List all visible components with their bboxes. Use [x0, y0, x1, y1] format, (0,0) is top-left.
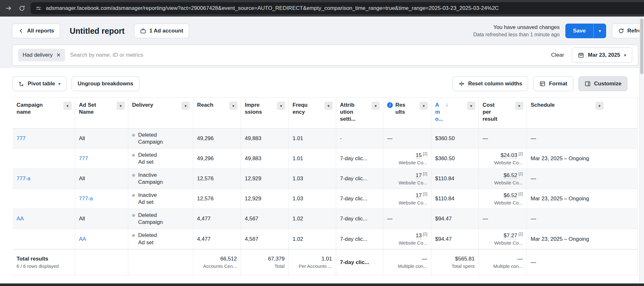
- reach-value: 49,296: [197, 135, 214, 142]
- reach-cell: 12,576: [193, 169, 241, 189]
- chevron-down-icon[interactable]: ▾: [63, 102, 72, 110]
- chevron-down-icon[interactable]: ▾: [324, 102, 333, 110]
- table-header-row: Campaign name ▾ Ad Set Name ▾ Delivery ▾…: [13, 97, 638, 129]
- reach-cell: 49,296: [193, 149, 241, 168]
- totals-results-value: —: [422, 256, 427, 262]
- cost-per-result-value[interactable]: $6.52: [504, 172, 517, 179]
- format-button[interactable]: Format: [533, 76, 573, 91]
- column-header-reach[interactable]: Reach ▾: [193, 98, 241, 128]
- column-header-ad-set-name[interactable]: Ad Set Name ▾: [75, 98, 128, 128]
- results-value[interactable]: 17: [416, 192, 422, 199]
- chevron-down-icon[interactable]: ▾: [372, 102, 380, 110]
- filter-chip-had-delivery[interactable]: Had delivery ×: [18, 49, 65, 61]
- cost-ref-note: [2]: [519, 192, 523, 196]
- save-button[interactable]: Save: [565, 24, 593, 38]
- forward-icon[interactable]: [5, 5, 12, 12]
- schedule-value: —: [531, 135, 536, 142]
- column-label: Delivery: [132, 102, 153, 109]
- close-icon[interactable]: ×: [57, 52, 61, 59]
- customize-icon: [584, 81, 591, 87]
- pivot-table-button[interactable]: Pivot table ▾: [12, 76, 67, 91]
- campaign-link[interactable]: 777-a: [17, 175, 30, 182]
- results-value[interactable]: 15: [416, 152, 422, 159]
- cost-per-result-value[interactable]: $6.52: [504, 192, 517, 199]
- reset-column-widths-button[interactable]: Reset column widths: [452, 76, 528, 91]
- clear-button[interactable]: Clear: [551, 52, 564, 58]
- results-value[interactable]: 17: [416, 172, 422, 179]
- column-header-impressions[interactable]: Impre ssions ▾: [241, 98, 289, 128]
- chevron-down-icon[interactable]: ▾: [595, 102, 604, 110]
- chevron-down-icon[interactable]: ▾: [467, 102, 475, 110]
- cost-ref-note: [2]: [519, 152, 523, 156]
- totals-reach-cell: 66,512 Accounts Cen...: [193, 249, 241, 275]
- adset-cell: 777: [75, 149, 128, 168]
- attribution-cell: 7-day clic...: [336, 189, 383, 209]
- schedule-value: Mar 23, 2025 – Ongoing: [531, 196, 589, 202]
- table-totals-row: Total results 6 / 6 rows displayed 66,51…: [13, 249, 638, 275]
- chevron-down-icon[interactable]: ▾: [229, 102, 237, 110]
- column-header-frequency[interactable]: Frequ ency ▾: [289, 98, 336, 128]
- delivery-status: Inactive: [138, 192, 157, 199]
- results-value[interactable]: 13: [416, 232, 422, 239]
- column-header-delivery[interactable]: Delivery ▾: [128, 98, 193, 128]
- site-settings-icon[interactable]: [35, 5, 42, 11]
- column-label: Attrib ution setti...: [340, 102, 356, 123]
- format-label: Format: [549, 81, 567, 87]
- date-range-button[interactable]: Mar 23, 2025 ▾: [572, 47, 632, 63]
- column-label: Res ults: [395, 102, 405, 116]
- chevron-down-icon[interactable]: ▾: [515, 102, 523, 110]
- info-icon[interactable]: i: [387, 102, 393, 108]
- chevron-down-icon[interactable]: ▾: [277, 102, 285, 110]
- ad-account-button[interactable]: 1 Ad account: [134, 24, 189, 38]
- vertical-scrollbar[interactable]: [639, 17, 644, 283]
- sort-descending-icon: ↓: [446, 102, 449, 108]
- cost-per-result-value[interactable]: $24.03: [501, 152, 517, 159]
- chevron-down-icon: ▾: [58, 81, 60, 86]
- amount-spent-cell: $360.50: [431, 149, 479, 168]
- chevron-down-icon[interactable]: ▾: [181, 102, 190, 110]
- adset-link[interactable]: 777-a: [79, 196, 93, 202]
- chevron-down-icon[interactable]: ▾: [117, 102, 125, 110]
- schedule-cell: —: [527, 209, 638, 229]
- cost-per-result-value: —: [483, 135, 488, 142]
- reach-cell: 4,477: [193, 229, 241, 249]
- column-label: Frequ ency: [293, 102, 308, 116]
- campaign-link[interactable]: AA: [17, 216, 24, 222]
- table-row: AA DeletedAd set 4,477 4,567 1.02 7-day …: [13, 229, 638, 249]
- data-refreshed-text: Data refreshed less than 1 minute ago: [473, 31, 560, 38]
- column-header-cost-per-result[interactable]: Cost per result ▾: [479, 98, 527, 128]
- column-header-attribution-setting[interactable]: Attrib ution setti... ▾: [336, 98, 383, 128]
- totals-results-cell: — Multiple con...: [383, 249, 431, 275]
- totals-frequency-value: 1.01: [322, 256, 332, 262]
- totals-results-subtext: Multiple con...: [398, 263, 427, 269]
- refresh-icon: [618, 28, 624, 34]
- column-header-amount-spent[interactable]: A m o... ↓ ▾: [431, 98, 479, 128]
- results-ref-note: [2]: [423, 172, 427, 176]
- customize-button[interactable]: Customize: [578, 76, 627, 91]
- ungroup-breakdowns-button[interactable]: Ungroup breakdowns: [72, 76, 139, 91]
- campaign-link[interactable]: 777: [17, 135, 25, 142]
- scrollbar-thumb[interactable]: [640, 18, 643, 74]
- status-dot-icon: [132, 154, 135, 157]
- adset-cell: All: [75, 209, 128, 229]
- frequency-value: 1.03: [293, 175, 303, 182]
- column-header-results[interactable]: i Res ults ▾: [383, 98, 431, 128]
- adset-link[interactable]: 777: [79, 155, 88, 162]
- all-reports-button[interactable]: All reports: [12, 24, 60, 38]
- chevron-down-icon[interactable]: ▾: [420, 102, 428, 110]
- totals-adset-cell: [75, 249, 128, 275]
- campaign-cell: [13, 229, 75, 249]
- table-body: 777 All DeletedCampaign 49,296 49,883 1.…: [13, 129, 638, 249]
- column-header-campaign-name[interactable]: Campaign name ▾: [13, 98, 75, 128]
- address-bar[interactable]: adsmanager.facebook.com/adsmanager/repor…: [31, 2, 644, 14]
- campaign-cell: [13, 189, 75, 209]
- results-cell: 15[2]Website Co...: [383, 149, 431, 168]
- report-table: Campaign name ▾ Ad Set Name ▾ Delivery ▾…: [13, 97, 638, 275]
- cost-per-result-value[interactable]: $7.27: [504, 232, 517, 239]
- search-input[interactable]: [70, 52, 546, 58]
- save-dropdown-button[interactable]: ▾: [593, 24, 606, 38]
- adset-link[interactable]: AA: [79, 236, 86, 242]
- column-header-schedule[interactable]: Schedule ▾: [527, 98, 638, 128]
- reload-icon[interactable]: [18, 5, 25, 12]
- column-label: Impre ssions: [245, 102, 262, 116]
